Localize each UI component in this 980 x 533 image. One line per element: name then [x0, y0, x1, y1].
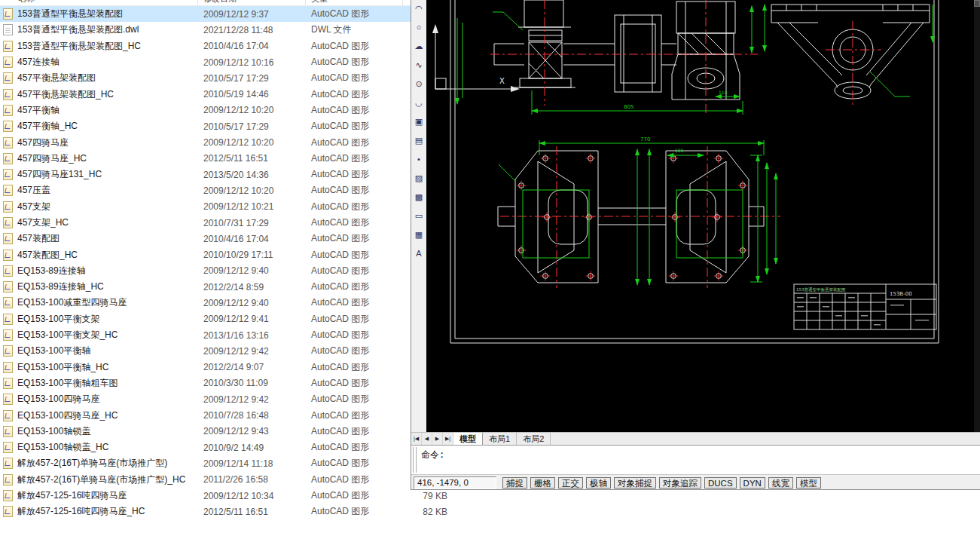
file-type: AutoCAD 图形 [308, 168, 402, 181]
file-name: EQ153-100平衡轴粗车图 [17, 377, 200, 390]
tab-nav-last[interactable]: ▶| [443, 433, 453, 445]
point-icon[interactable]: • [412, 152, 426, 166]
file-modified-date: 2010/5/19 14:46 [200, 89, 308, 100]
ellipse-arc-icon[interactable]: ◡ [412, 96, 426, 109]
file-name: EQ153-100轴锁盖_HC [17, 441, 200, 454]
status-toggles: 捕捉栅格正交极轴对象捕捉对象追踪DUCSDYN线宽模型 [502, 477, 821, 489]
file-row[interactable]: 解放457-125-16吨四骑马座_HC2012/5/11 16:51AutoC… [0, 504, 486, 519]
command-window-grip[interactable] [413, 447, 417, 473]
make-block-icon[interactable]: ▤ [412, 133, 426, 147]
file-type: AutoCAD 图形 [308, 265, 402, 277]
dwg-file-icon [3, 233, 13, 244]
table-icon[interactable]: ▦ [412, 228, 426, 241]
tab-layout2[interactable]: 布局2 [517, 433, 551, 445]
file-name: EQ153-100平衡轴 [17, 345, 200, 357]
bolt-holes [517, 154, 748, 281]
file-modified-date: 2009/12/12 10:21 [200, 201, 308, 212]
tab-nav-first[interactable]: |◀ [411, 433, 422, 445]
file-type: AutoCAD 图形 [308, 361, 402, 374]
revision-cloud-icon[interactable]: ☁ [412, 39, 426, 53]
status-ortho-button[interactable]: 正交 [558, 477, 583, 489]
file-name: EQ153-100平衡支架 [17, 313, 200, 326]
dwg-file-icon [3, 490, 13, 501]
status-model-button[interactable]: 模型 [796, 477, 821, 489]
status-dyn-button[interactable]: DYN [740, 477, 765, 489]
dwg-file-icon [3, 426, 13, 437]
status-snap-button[interactable]: 捕捉 [502, 477, 527, 489]
spline-icon[interactable]: ∿ [412, 58, 426, 72]
file-type: AutoCAD 图形 [308, 393, 402, 406]
layout-tab-bar: |◀◀▶▶|模型布局1布局2 [411, 432, 980, 445]
mtext-icon[interactable]: A [412, 247, 426, 260]
column-header-name[interactable]: 名称 [18, 0, 35, 5]
column-separator[interactable] [197, 0, 198, 5]
command-line[interactable]: 命令: [411, 445, 980, 474]
status-bar: 416, -1479, 0 捕捉栅格正交极轴对象捕捉对象追踪DUCSDYN线宽模… [411, 474, 980, 490]
file-type: DWL 文件 [308, 23, 402, 36]
insert-block-icon[interactable]: ▣ [412, 115, 426, 128]
column-separator[interactable] [305, 0, 306, 5]
canvas-scrollbar[interactable] [974, 0, 980, 432]
file-type: AutoCAD 图形 [308, 8, 402, 20]
file-name: EQ153-100减重型四骑马座 [17, 296, 200, 309]
hatch-icon[interactable]: ▨ [412, 171, 426, 185]
file-type: AutoCAD 图形 [308, 152, 402, 165]
file-size: 82 KB [402, 507, 452, 517]
ellipse-icon[interactable]: ⊙ [412, 77, 426, 90]
file-name: 457装配图_HC [17, 249, 200, 262]
file-modified-date: 2013/5/20 14:36 [200, 170, 308, 180]
file-name: 解放457-125-16吨四骑马座 [17, 489, 200, 502]
file-type: AutoCAD 图形 [308, 249, 402, 262]
dwg-file-icon [3, 474, 13, 486]
file-modified-date: 2009/12/12 10:20 [200, 185, 308, 196]
arc-icon[interactable]: ◠ [412, 2, 426, 15]
tab-layout1[interactable]: 布局1 [483, 433, 517, 445]
file-type: AutoCAD 图形 [308, 88, 402, 101]
dwg-file-icon [3, 297, 13, 308]
file-modified-date: 2009/12/12 9:43 [200, 426, 308, 437]
file-type: AutoCAD 图形 [308, 425, 402, 438]
status-grid-button[interactable]: 栅格 [530, 477, 555, 489]
tab-nav-prev[interactable]: ◀ [422, 433, 432, 445]
status-ducs-button[interactable]: DUCS [704, 477, 737, 489]
file-modified-date: 2010/7/28 16:48 [200, 410, 308, 421]
file-type: AutoCAD 图形 [308, 56, 402, 69]
file-modified-date: 2009/12/12 10:34 [200, 491, 308, 501]
file-modified-date: 2009/12/14 11:18 [200, 458, 308, 469]
file-name: EQ153-89连接轴_HC [17, 280, 200, 293]
dwg-file-icon [3, 217, 13, 228]
column-separator[interactable] [402, 0, 403, 5]
column-header-type[interactable]: 类型 [311, 0, 328, 5]
file-type: AutoCAD 图形 [308, 345, 402, 357]
file-name: 153普通型平衡悬架装配图 [17, 8, 200, 20]
status-lineweight-button[interactable]: 线宽 [768, 477, 793, 489]
drawing-area[interactable]: 805110770105X153B-00153普通型平衡悬架装配图 [426, 0, 980, 432]
file-type: AutoCAD 图形 [308, 280, 402, 293]
drawing-canvas[interactable]: 805110770105X153B-00153普通型平衡悬架装配图 [426, 0, 974, 432]
status-otrack-button[interactable]: 对象追踪 [659, 477, 701, 489]
column-header-date[interactable]: 修改日期 [203, 0, 237, 5]
dwg-file-icon [3, 442, 13, 453]
file-modified-date: 2013/1/16 13:16 [200, 330, 308, 341]
tab-nav-next[interactable]: ▶ [432, 433, 443, 445]
file-modified-date: 2009/12/12 10:20 [200, 137, 308, 148]
file-name: 457四骑马座131_HC [17, 168, 200, 181]
autocad-window: ◠○☁∿⊙◡▣▤•▨▩▭▦A [411, 0, 980, 490]
ucs-icon [432, 24, 520, 92]
file-modified-date: 2010/7/31 17:29 [200, 218, 308, 228]
coordinate-display[interactable]: 416, -1479, 0 [414, 476, 496, 489]
file-name: EQ153-100平衡支架_HC [17, 329, 200, 342]
file-modified-date: 2009/12/12 9:41 [200, 314, 308, 324]
file-type: AutoCAD 图形 [308, 313, 402, 326]
status-osnap-button[interactable]: 对象捕捉 [614, 477, 656, 489]
tab-model[interactable]: 模型 [453, 433, 483, 445]
gradient-icon[interactable]: ▩ [412, 190, 426, 204]
region-icon[interactable]: ▭ [412, 209, 426, 222]
circle-icon[interactable]: ○ [412, 20, 426, 34]
status-polar-button[interactable]: 极轴 [586, 477, 611, 489]
file-modified-date: 2011/2/26 16:58 [200, 474, 308, 485]
file-row[interactable]: 解放457-125-16吨四骑马座2009/12/12 10:34AutoCAD… [0, 488, 486, 504]
file-modified-date: 2010/3/30 11:09 [200, 378, 308, 388]
dwg-file-icon [3, 89, 13, 100]
scroll-up-button[interactable] [974, 0, 980, 7]
